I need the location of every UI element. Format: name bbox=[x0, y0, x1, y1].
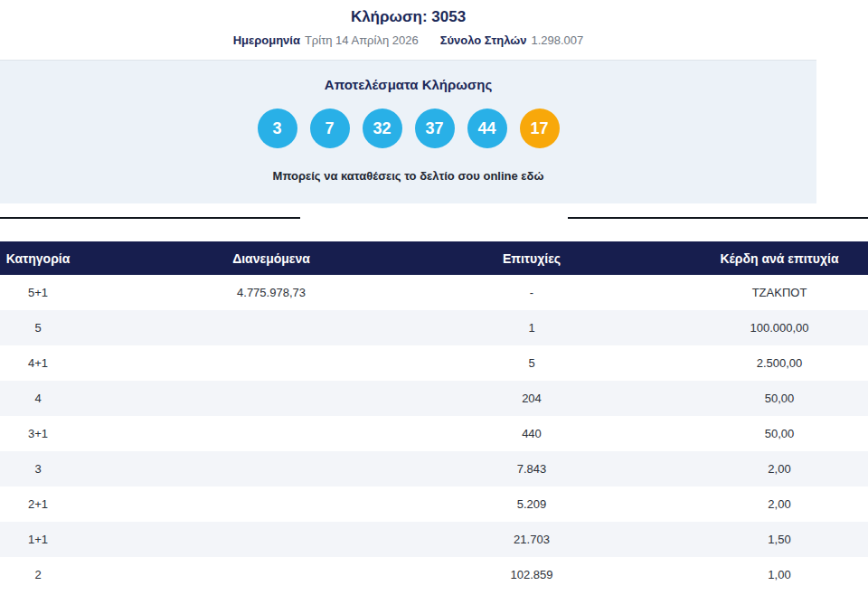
total-columns: Σύνολο Στηλών1.298.007 bbox=[440, 33, 584, 48]
draw-meta: ΗμερομηνίαΤρίτη 14 Απρίλη 2026 Σύνολο Στ… bbox=[0, 33, 816, 60]
table-row: 4+1 5 2.500,00 bbox=[0, 345, 868, 381]
columns-value: 1.298.007 bbox=[531, 33, 583, 47]
category-cell: 2+1 bbox=[0, 486, 76, 522]
header-prize: Κέρδη ανά επιτυχία bbox=[597, 241, 868, 275]
divider-gap bbox=[300, 217, 568, 219]
number-ball: 3 bbox=[258, 109, 297, 148]
category-cell: 4 bbox=[0, 381, 76, 416]
date-value: Τρίτη 14 Απρίλη 2026 bbox=[305, 33, 419, 47]
winners-cell: 5.209 bbox=[467, 486, 597, 522]
table-row: 3 7.843 2,00 bbox=[0, 451, 868, 486]
distributed-cell bbox=[76, 522, 467, 557]
table-row: 3+1 440 50,00 bbox=[0, 416, 868, 451]
table-row: 2 102.859 1,00 bbox=[0, 557, 868, 592]
table-row: 2+1 5.209 2,00 bbox=[0, 486, 868, 522]
joker-ball: 17 bbox=[520, 109, 560, 148]
winners-cell: 5 bbox=[467, 345, 597, 381]
online-submit-link[interactable]: εδώ bbox=[521, 169, 543, 183]
prize-cell: 100.000,00 bbox=[597, 310, 868, 345]
distributed-cell bbox=[76, 381, 467, 416]
prize-table: Κατηγορία Διανεμόμενα Επιτυχίες Κέρδη αν… bbox=[0, 241, 868, 592]
prize-cell: 1,50 bbox=[597, 522, 868, 557]
distributed-cell bbox=[76, 486, 467, 522]
winners-cell: 440 bbox=[467, 416, 597, 451]
prize-cell: 2,00 bbox=[597, 486, 868, 522]
winners-cell: 204 bbox=[467, 381, 597, 416]
draw-date: ΗμερομηνίαΤρίτη 14 Απρίλη 2026 bbox=[233, 33, 419, 48]
prize-cell: 2,00 bbox=[597, 451, 868, 486]
table-row: 5+1 4.775.978,73 - ΤΖΑΚΠΟΤ bbox=[0, 275, 868, 310]
table-header-row: Κατηγορία Διανεμόμενα Επιτυχίες Κέρδη αν… bbox=[0, 241, 868, 275]
results-panel: Αποτελέσματα Κλήρωσης 3 7 32 37 44 17 Μπ… bbox=[0, 60, 816, 203]
winners-cell: 1 bbox=[467, 310, 597, 345]
category-cell: 3+1 bbox=[0, 416, 76, 451]
submit-online-cta: Μπορείς να καταθέσεις το δελτίο σου onli… bbox=[0, 170, 816, 183]
prize-cell: ΤΖΑΚΠΟΤ bbox=[597, 275, 868, 310]
winners-cell: 21.703 bbox=[467, 522, 597, 557]
header-category: Κατηγορία bbox=[0, 241, 76, 275]
columns-label: Σύνολο Στηλών bbox=[440, 33, 527, 47]
number-ball: 37 bbox=[415, 109, 455, 148]
draw-title: Κλήρωση: 3053 bbox=[0, 0, 816, 26]
cta-text: Μπορείς να καταθέσεις το δελτίο σου onli… bbox=[273, 169, 518, 183]
category-cell: 5+1 bbox=[0, 275, 76, 310]
table-row: 5 1 100.000,00 bbox=[0, 310, 868, 345]
prize-cell: 50,00 bbox=[597, 381, 868, 416]
winners-cell: 102.859 bbox=[467, 557, 597, 592]
header-winners: Επιτυχίες bbox=[467, 241, 597, 275]
table-row: 4 204 50,00 bbox=[0, 381, 868, 416]
prize-cell: 1,00 bbox=[597, 557, 868, 592]
distributed-cell bbox=[76, 310, 467, 345]
winners-cell: 7.843 bbox=[467, 451, 597, 486]
category-cell: 4+1 bbox=[0, 345, 76, 381]
prize-cell: 50,00 bbox=[597, 416, 868, 451]
draw-header: Κλήρωση: 3053 ΗμερομηνίαΤρίτη 14 Απρίλη … bbox=[0, 0, 816, 203]
distributed-cell: 4.775.978,73 bbox=[76, 275, 467, 310]
distributed-cell bbox=[76, 345, 467, 381]
table-row: 1+1 21.703 1,50 bbox=[0, 522, 868, 557]
number-ball: 32 bbox=[363, 109, 402, 148]
category-cell: 5 bbox=[0, 310, 76, 345]
prize-cell: 2.500,00 bbox=[597, 345, 868, 381]
results-title: Αποτελέσματα Κλήρωσης bbox=[0, 77, 816, 93]
date-label: Ημερομηνία bbox=[233, 33, 300, 47]
category-cell: 2 bbox=[0, 557, 76, 592]
header-distributed: Διανεμόμενα bbox=[76, 241, 467, 275]
number-ball: 44 bbox=[467, 109, 507, 148]
section-divider bbox=[0, 217, 868, 219]
category-cell: 3 bbox=[0, 451, 76, 486]
winning-numbers: 3 7 32 37 44 17 bbox=[0, 109, 816, 148]
number-ball: 7 bbox=[310, 109, 350, 148]
category-cell: 1+1 bbox=[0, 522, 76, 557]
distributed-cell bbox=[76, 416, 467, 451]
winners-cell: - bbox=[467, 275, 597, 310]
distributed-cell bbox=[76, 451, 467, 486]
distributed-cell bbox=[76, 557, 467, 592]
